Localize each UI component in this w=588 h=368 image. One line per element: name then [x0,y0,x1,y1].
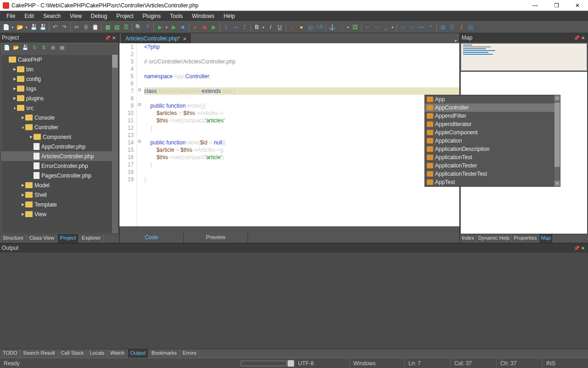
debug-icon[interactable]: ▶ [170,23,178,31]
font-icon[interactable]: A [288,23,296,31]
code-line[interactable]: <?php [144,43,459,51]
editor-hscrollbar[interactable] [119,226,459,233]
sync-icon[interactable]: ⇅ [40,45,47,52]
code-line[interactable]: class ArticlesController extends App { [144,87,459,95]
menu-edit[interactable]: Edit [20,12,39,20]
run-icon[interactable]: ▶ [156,23,164,31]
hr-icon[interactable]: — [373,23,381,31]
dropdown-icon[interactable]: ▼ [25,26,28,29]
fold-icon[interactable]: ⊟ [137,87,142,95]
tree-item[interactable]: ▲Controller [1,122,118,132]
editor-tab[interactable]: ArticlesController.php* ✕ [121,34,191,43]
step-over-icon[interactable]: ⤻ [231,23,239,31]
dropdown-icon[interactable]: ▼ [165,26,169,29]
highlight-icon[interactable]: ● [297,23,305,31]
scrollbar-thumb[interactable] [554,103,560,167]
code-line[interactable]: } [144,161,459,168]
step-icon[interactable]: ⤵ [222,23,230,31]
autocomplete-item[interactable]: AppTest [425,178,560,186]
refresh-icon[interactable]: ↻ [31,45,38,52]
tree-item[interactable]: PagesController.php [1,171,118,180]
tree-item[interactable]: CakePHP [1,55,118,64]
save-project-icon[interactable]: 💾 [22,45,29,52]
status-encoding[interactable]: UTF-8 [294,358,349,368]
tab-list-dropdown[interactable]: ▼ [452,39,459,43]
autocomplete-item[interactable]: ApplicationTesterTest [425,170,560,178]
cut-icon[interactable]: ✂ [73,23,81,31]
menu-search[interactable]: Search [39,12,65,20]
open-icon[interactable]: 📂 [16,23,24,31]
pin-icon[interactable]: 📌 [573,246,580,251]
fold-icon[interactable]: ⊟ [137,102,142,109]
link-icon[interactable]: ⬚ [337,23,345,31]
bold-icon[interactable]: B [253,23,261,31]
project-tab[interactable]: Project [57,234,79,243]
div-icon[interactable]: ▭ [408,23,416,31]
expand-icon[interactable]: ▶ [21,193,25,197]
code-line[interactable]: $this->set(compact('articles' [144,117,459,124]
status-ins[interactable]: INS [542,358,588,368]
expand-icon[interactable]: ▶ [21,115,25,120]
autocomplete-item[interactable]: AppendIterator [425,120,560,128]
continue-icon[interactable]: ▶ [209,23,218,31]
tree-item[interactable]: ErrorController.php [1,161,118,171]
br-icon[interactable]: ↵ [363,23,372,31]
code-line[interactable] [144,80,459,87]
code-editor[interactable]: 12345678910111213141516171819 ⊟⊟⊟ <?php/… [119,43,459,226]
tree-item[interactable]: ▶config [1,74,118,84]
expand-icon[interactable]: ▶ [12,77,17,81]
code-line[interactable]: public function index(){ [144,102,459,109]
breakpoints-icon[interactable]: ◉ [200,23,209,31]
save-all-icon[interactable]: 💾 [39,23,47,31]
comment-icon[interactable]: ▦ [103,23,112,31]
project-tab[interactable]: Class View [27,234,57,243]
frame-icon[interactable]: ▭ [399,23,407,31]
code-line[interactable]: $article = $this->Articles->g [144,146,459,154]
italic-icon[interactable]: I [266,23,275,31]
tree-item[interactable]: ▶plugins [1,93,118,103]
output-tab[interactable]: Call Stack [58,349,87,358]
quote-icon[interactable]: ❝ [426,23,435,31]
redo-icon[interactable]: ↷ [60,23,68,31]
expand-icon[interactable]: ▶ [12,86,17,91]
minimize-button[interactable]: — [525,0,546,11]
menu-help[interactable]: Help [219,12,240,20]
script-icon[interactable]: J [457,23,465,31]
map-tab[interactable]: Properties [512,234,539,243]
uncomment-icon[interactable]: ▨ [113,23,121,31]
code-line[interactable]: // src/Controller/ArticlesController.php [144,58,459,65]
autocomplete-item[interactable]: ApplicationTester [425,161,560,170]
expand-icon[interactable]: ▶ [21,212,25,216]
pin-icon[interactable]: 📌 [104,35,111,40]
dropdown-icon[interactable]: ▼ [346,26,350,29]
dropdown-icon[interactable]: ▼ [391,26,395,29]
tree-item[interactable]: ▶Shell [1,190,118,200]
autocomplete-item[interactable]: AppController [425,104,560,112]
output-tab[interactable]: Locals [87,349,107,358]
expand-icon[interactable]: ▶ [12,67,17,71]
open-project-icon[interactable]: 📂 [12,45,20,52]
undo-icon[interactable]: ↶ [51,23,59,31]
code-line[interactable] [144,95,459,102]
tree-item[interactable]: ▲src [1,103,118,113]
tree-item[interactable]: ▶Template [1,200,118,209]
close-icon[interactable]: ✕ [111,35,117,40]
tree-item[interactable]: ▶Component [1,132,118,142]
output-tab[interactable]: TODO [0,349,21,358]
autocomplete-scrollbar[interactable]: ▲ ▼ [554,95,560,186]
editor-btm-tab[interactable]: Code [119,233,184,243]
code-line[interactable] [144,65,459,73]
tree-item[interactable]: ▶logs [1,84,118,93]
form-icon[interactable]: ▤ [466,23,475,31]
code-line[interactable]: } [144,176,459,183]
close-icon[interactable]: ✕ [580,35,586,40]
tree-scrollbar[interactable] [112,55,118,233]
autocomplete-item[interactable]: ApplicationTest [425,153,560,161]
list-icon[interactable]: ☰ [448,23,456,31]
autocomplete-item[interactable]: Application [425,137,560,145]
code-line[interactable]: public function view($id = null){ [144,139,459,146]
menu-file[interactable]: File [2,12,20,20]
pin-icon[interactable]: 📌 [573,35,580,40]
save-icon[interactable]: 💾 [29,23,38,31]
code-line[interactable] [144,51,459,58]
